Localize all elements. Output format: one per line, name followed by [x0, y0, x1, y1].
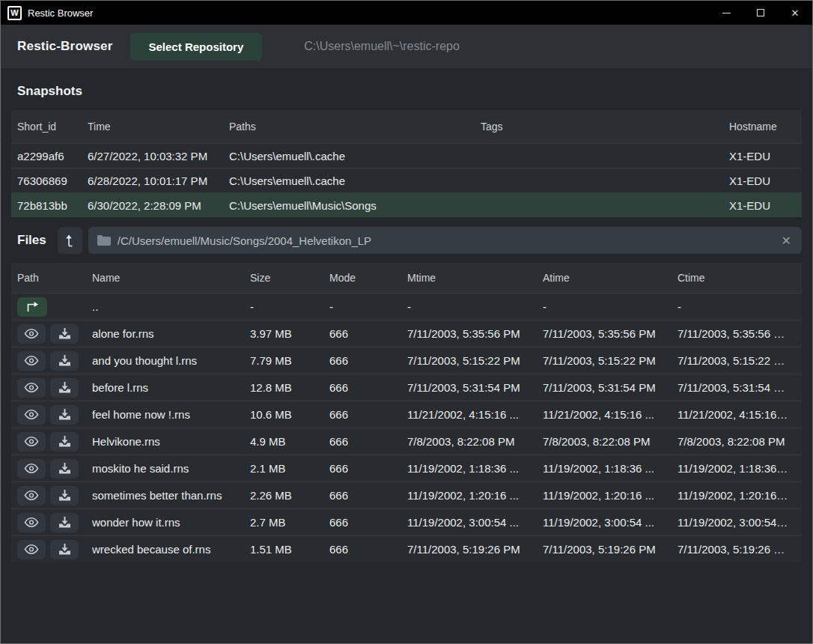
file-mtime: 7/11/2003, 5:31:54 PM	[407, 381, 543, 394]
download-file-button[interactable]	[50, 459, 79, 479]
file-mode: 666	[329, 516, 407, 529]
file-ctime: 7/11/2003, 5:35:56 PM	[678, 327, 796, 340]
column-header-name: Name	[92, 272, 250, 284]
snapshot-row[interactable]: a2299af66/27/2022, 10:03:32 PMC:\Users\e…	[11, 143, 802, 168]
download-file-button[interactable]	[50, 324, 79, 344]
current-path-bar: ✕	[88, 227, 802, 254]
snapshot-short-id: 76306869	[17, 174, 88, 187]
preview-file-button[interactable]	[17, 432, 46, 452]
row-actions	[17, 513, 92, 532]
preview-file-button[interactable]	[17, 351, 46, 371]
download-file-icon	[58, 382, 71, 394]
preview-file-icon	[24, 355, 39, 366]
clear-path-button[interactable]: ✕	[780, 234, 793, 248]
download-file-button[interactable]	[50, 540, 79, 559]
file-size: 7.79 MB	[250, 354, 329, 367]
file-name: wonder how it.rns	[92, 516, 250, 529]
file-mode: 666	[329, 543, 407, 556]
preview-file-button[interactable]	[17, 486, 46, 505]
row-actions	[17, 540, 92, 559]
maximize-button[interactable]	[743, 1, 778, 25]
preview-file-button[interactable]	[17, 324, 46, 344]
column-header-tags: Tags	[481, 121, 729, 133]
file-ctime: 11/19/2002, 1:18:36 ...	[678, 462, 796, 475]
file-name: sometimes better than.rns	[92, 489, 250, 502]
file-ctime: -	[678, 300, 796, 313]
file-atime: 11/19/2002, 1:20:16 ...	[543, 489, 678, 502]
snapshot-paths: C:\Users\emuell\Music\Songs	[229, 199, 481, 212]
file-mode: 666	[329, 489, 407, 502]
snapshot-hostname: X1-EDU	[729, 150, 796, 162]
file-size: 2.26 MB	[250, 489, 329, 502]
snapshots-title: Snapshots	[11, 68, 802, 110]
folder-icon	[97, 235, 111, 246]
titlebar: W Restic Browser ✕	[1, 1, 812, 25]
files-table-body: ..-----alone for.rns3.97 MB6667/11/2003,…	[11, 293, 802, 562]
select-repository-button[interactable]: Select Repository	[130, 33, 263, 61]
file-size: 12.8 MB	[250, 381, 329, 394]
preview-file-button[interactable]	[17, 459, 46, 479]
file-mtime: 11/21/2002, 4:15:16 ...	[407, 408, 543, 421]
parent-dir-row: ..-----	[11, 293, 802, 320]
file-mtime: 7/11/2003, 5:35:56 PM	[407, 327, 543, 340]
snapshot-time: 6/28/2022, 10:01:17 PM	[88, 174, 229, 187]
preview-file-button[interactable]	[17, 378, 46, 398]
column-header-mtime: Mtime	[407, 272, 543, 284]
file-row: feel home now !.rns10.6 MB66611/21/2002,…	[11, 401, 802, 428]
file-mtime: -	[407, 300, 543, 313]
minimize-button[interactable]	[709, 1, 743, 25]
file-name: moskito he said.rns	[92, 462, 250, 475]
open-parent-dir-button[interactable]	[17, 297, 47, 317]
download-file-button[interactable]	[50, 432, 79, 452]
download-file-icon	[58, 409, 71, 421]
column-header-paths: Paths	[229, 121, 481, 133]
preview-file-button[interactable]	[17, 540, 46, 559]
files-table-header: Path Name Size Mode Mtime Atime Ctime	[11, 263, 802, 293]
snapshot-hostname: X1-EDU	[729, 174, 796, 187]
snapshots-table-body: a2299af66/27/2022, 10:03:32 PMC:\Users\e…	[11, 143, 802, 217]
file-name: ..	[92, 300, 250, 313]
snapshots-table: Short_id Time Paths Tags Hostname a2299a…	[11, 110, 802, 217]
file-size: 2.7 MB	[250, 516, 329, 529]
preview-file-button[interactable]	[17, 513, 46, 532]
close-button[interactable]: ✕	[778, 1, 812, 25]
path-input[interactable]	[118, 234, 780, 247]
file-row: wonder how it.rns2.7 MB66611/19/2002, 3:…	[11, 508, 802, 535]
file-ctime: 7/11/2003, 5:15:22 PM	[678, 354, 796, 367]
download-file-button[interactable]	[50, 378, 79, 398]
file-mtime: 11/19/2002, 1:20:16 ...	[407, 489, 543, 502]
preview-file-icon	[24, 490, 39, 501]
snapshot-row[interactable]: 763068696/28/2022, 10:01:17 PMC:\Users\e…	[11, 168, 802, 192]
file-name: alone for.rns	[92, 327, 250, 340]
file-mode: 666	[329, 381, 407, 394]
row-actions	[17, 459, 92, 479]
file-mode: 666	[329, 408, 407, 421]
file-ctime: 11/19/2002, 3:00:54 ...	[678, 516, 796, 529]
file-name: wrecked because of.rns	[92, 543, 250, 556]
file-row: before l.rns12.8 MB6667/11/2003, 5:31:54…	[11, 374, 802, 401]
files-bar: Files ✕	[11, 217, 802, 263]
app-name: Restic-Browser	[17, 39, 113, 54]
file-atime: 11/19/2002, 3:00:54 ...	[543, 516, 678, 529]
file-row: wrecked because of.rns1.51 MB6667/11/200…	[11, 535, 802, 562]
download-file-button[interactable]	[50, 351, 79, 371]
preview-file-icon	[24, 409, 39, 420]
download-file-button[interactable]	[50, 405, 79, 425]
snapshot-time: 6/27/2022, 10:03:32 PM	[88, 150, 229, 162]
file-mtime: 7/8/2003, 8:22:08 PM	[407, 435, 543, 448]
download-file-button[interactable]	[50, 486, 79, 505]
file-ctime: 11/19/2002, 1:20:16 ...	[678, 489, 796, 502]
file-row: sometimes better than.rns2.26 MB66611/19…	[11, 482, 802, 508]
download-file-button[interactable]	[50, 513, 79, 532]
empty-area	[11, 562, 802, 643]
row-actions	[17, 378, 92, 398]
snapshot-row[interactable]: 72b813bb6/30/2022, 2:28:09 PMC:\Users\em…	[11, 192, 802, 217]
file-size: 1.51 MB	[250, 543, 329, 556]
file-size: -	[250, 300, 329, 313]
file-ctime: 11/21/2002, 4:15:16 ...	[678, 408, 796, 421]
file-name: and you thought l.rns	[92, 354, 250, 367]
preview-file-button[interactable]	[17, 405, 46, 425]
window-controls: ✕	[709, 1, 812, 25]
file-atime: 7/11/2003, 5:15:22 PM	[543, 354, 678, 367]
parent-directory-button[interactable]	[58, 227, 82, 254]
